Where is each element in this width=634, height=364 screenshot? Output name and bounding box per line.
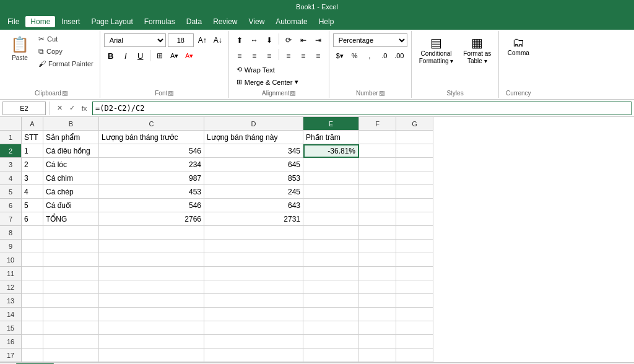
bold-button[interactable]: B (104, 49, 118, 63)
col-header-d[interactable]: D (204, 117, 303, 131)
list-item[interactable] (204, 226, 303, 240)
menu-file[interactable]: File (2, 16, 24, 27)
row-header-7[interactable]: 7 (0, 212, 22, 226)
row-header-2[interactable]: 2 (0, 144, 22, 158)
row-header-6[interactable]: 6 (0, 199, 22, 212)
list-item[interactable] (359, 280, 396, 294)
list-item[interactable] (359, 253, 396, 267)
col-header-b[interactable]: B (43, 117, 99, 131)
align-right-button[interactable]: ≡ (263, 49, 276, 63)
list-item[interactable] (204, 321, 303, 335)
menu-help[interactable]: Help (314, 16, 339, 27)
list-item[interactable]: 987 (99, 171, 204, 185)
list-item[interactable] (22, 321, 43, 335)
list-item[interactable] (396, 294, 433, 308)
row-header-17[interactable]: 17 (0, 349, 22, 362)
list-item[interactable] (22, 226, 43, 240)
list-item[interactable]: 345 (204, 144, 303, 158)
list-item[interactable] (396, 253, 433, 267)
percent-button[interactable]: % (348, 49, 362, 63)
font-size-increase-button[interactable]: A↑ (196, 33, 209, 47)
menu-home[interactable]: Home (25, 16, 55, 27)
list-item[interactable] (99, 294, 204, 308)
list-item[interactable] (99, 226, 204, 240)
list-item[interactable] (99, 335, 204, 349)
italic-button[interactable]: I (119, 49, 132, 63)
list-item[interactable] (204, 280, 303, 294)
list-item[interactable]: STT (22, 131, 43, 144)
list-item[interactable] (359, 321, 396, 335)
list-item[interactable] (303, 226, 359, 240)
row-header-11[interactable]: 11 (0, 267, 22, 280)
list-item[interactable] (22, 253, 43, 267)
list-item[interactable] (396, 212, 433, 226)
formula-insert-icon[interactable]: fx (79, 103, 90, 114)
row-header-13[interactable]: 13 (0, 294, 22, 308)
alignment-expand-icon[interactable]: ⧉ (290, 91, 295, 96)
list-item[interactable]: 234 (99, 158, 204, 171)
list-item[interactable] (204, 335, 303, 349)
menu-page-layout[interactable]: Page Layout (86, 16, 137, 27)
list-item[interactable] (303, 185, 359, 199)
list-item[interactable] (99, 321, 204, 335)
comma-button[interactable]: , (363, 49, 376, 63)
list-item[interactable]: Lượng bán tháng trước (99, 131, 204, 144)
list-item[interactable]: 2 (22, 158, 43, 171)
decimal-increase-button[interactable]: .00 (393, 49, 406, 63)
list-item[interactable]: 546 (99, 199, 204, 212)
list-item[interactable] (396, 199, 433, 212)
align-justify-right[interactable]: ≡ (311, 49, 325, 63)
currency-button[interactable]: $▾ (333, 49, 347, 63)
row-header-5[interactable]: 5 (0, 185, 22, 199)
list-item[interactable]: 645 (204, 158, 303, 171)
text-direction-button[interactable]: ⟳ (282, 33, 295, 47)
list-item[interactable] (22, 294, 43, 308)
list-item[interactable] (204, 240, 303, 253)
list-item[interactable] (303, 267, 359, 280)
list-item[interactable] (303, 335, 359, 349)
list-item[interactable] (22, 335, 43, 349)
list-item[interactable]: TỔNG (43, 212, 99, 226)
list-item[interactable] (43, 294, 99, 308)
list-item[interactable] (99, 253, 204, 267)
list-item[interactable] (303, 321, 359, 335)
list-item[interactable] (359, 199, 396, 212)
list-item[interactable] (303, 294, 359, 308)
list-item[interactable] (22, 308, 43, 321)
list-item[interactable] (359, 308, 396, 321)
list-item[interactable] (396, 349, 433, 362)
font-color-button[interactable]: A▾ (183, 49, 196, 63)
list-item[interactable]: 2731 (204, 212, 303, 226)
list-item[interactable] (359, 144, 396, 158)
indent-decrease-button[interactable]: ⇤ (297, 33, 310, 47)
col-header-a[interactable]: A (22, 117, 43, 131)
row-header-16[interactable]: 16 (0, 335, 22, 349)
list-item[interactable] (396, 171, 433, 185)
col-header-g[interactable]: G (396, 117, 433, 131)
list-item[interactable]: 6 (22, 212, 43, 226)
align-left-button[interactable]: ≡ (233, 49, 246, 63)
menu-formulas[interactable]: Formulas (139, 16, 180, 27)
list-item[interactable] (303, 280, 359, 294)
indent-increase-button[interactable]: ⇥ (311, 33, 325, 47)
list-item[interactable]: 546 (99, 144, 204, 158)
list-item[interactable] (99, 349, 204, 362)
row-header-1[interactable]: 1 (0, 131, 22, 144)
list-item[interactable]: Cá chim (43, 171, 99, 185)
list-item[interactable] (396, 240, 433, 253)
list-item[interactable]: Cá điêu hồng (43, 144, 99, 158)
row-header-15[interactable]: 15 (0, 321, 22, 335)
menu-data[interactable]: Data (181, 16, 207, 27)
list-item[interactable]: 3 (22, 171, 43, 185)
list-item[interactable] (99, 240, 204, 253)
list-item[interactable]: Cá chép (43, 185, 99, 199)
font-expand-icon[interactable]: ⧉ (168, 91, 173, 96)
list-item[interactable] (303, 158, 359, 171)
number-format-selector[interactable]: Percentage (333, 33, 407, 47)
list-item[interactable] (204, 253, 303, 267)
list-item[interactable] (43, 335, 99, 349)
conditional-formatting-button[interactable]: ▤ ConditionalFormatting ▾ (415, 33, 458, 67)
list-item[interactable] (204, 294, 303, 308)
list-item[interactable] (43, 253, 99, 267)
list-item[interactable]: 1 (22, 144, 43, 158)
